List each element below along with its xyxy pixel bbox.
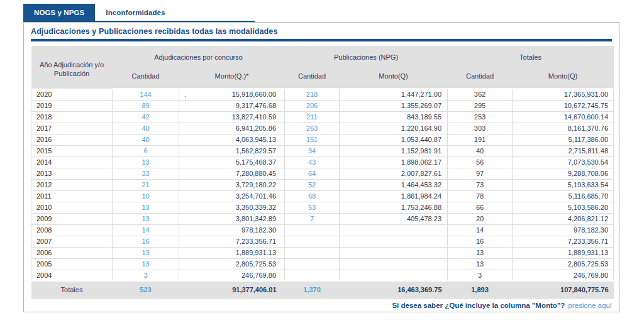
table-row: 2011103,254,701.46681,861,984.24785,116,… (31, 190, 614, 202)
tot-monto-cell: 14,670,600.14 (513, 111, 614, 123)
adj-cantidad-link[interactable]: 89 (113, 100, 179, 111)
totals-row: Totales 523 91,377,406.01 1,370 16,463,3… (31, 281, 614, 298)
npg-cantidad-link[interactable]: 211 (285, 111, 340, 123)
adj-cantidad-link[interactable]: 16 (113, 236, 179, 247)
table-row: 2009133,801,342.897405,478.23204,206,821… (31, 213, 614, 224)
npg-cantidad-link[interactable]: 34 (285, 145, 340, 156)
tot-cantidad-cell: 16 (448, 236, 513, 247)
adj-monto-cell: 13,827,410.59 (179, 111, 285, 123)
table-row: 2014135,175,468.37431,898,062.17567,073,… (31, 156, 614, 168)
adj-cantidad-link[interactable]: 40 (113, 123, 179, 134)
year-cell: 2011 (31, 190, 113, 202)
year-cell: 2007 (31, 236, 113, 247)
tab-nogs-npgs[interactable]: NOGS y NPGS (23, 4, 95, 21)
npg-cantidad-link[interactable]: 218 (285, 89, 340, 100)
tab-underline (23, 21, 255, 22)
year-column-header: Año Adjudicación y/o Publicación (31, 46, 113, 89)
table-row: 2007167,233,356.71167,233,356.71 (31, 236, 614, 247)
tot-monto-cell: 246,769.80 (513, 270, 614, 281)
npg-cantidad-link[interactable]: 64 (285, 168, 340, 179)
adj-cantidad-link[interactable]: 144 (113, 89, 179, 100)
npg-monto-cell: 843,189.55 (340, 111, 448, 123)
adj-monto-cell: 6,941,205.86 (179, 123, 285, 134)
adj-monto-cell: 3,801,342.89 (179, 213, 285, 224)
tot-cantidad-cell: 73 (448, 179, 513, 190)
adj-cantidad-link[interactable]: 13 (113, 213, 179, 224)
table-row: 2019899,317,476.682061,355,269.0729510,6… (31, 100, 614, 111)
year-cell: 2012 (31, 179, 113, 190)
npg-cantidad-link[interactable]: 151 (285, 134, 340, 145)
npg-cantidad-link[interactable]: 7 (285, 213, 340, 224)
npg-monto-cell (340, 270, 448, 281)
table-row: 200814978,182.3014978,182.30 (31, 224, 614, 236)
year-cell: 2009 (31, 213, 113, 224)
adj-monto-cell: 7,233,356.71 (179, 236, 285, 247)
npg-cantidad-link[interactable]: 53 (285, 202, 340, 213)
tot-monto-cell: 7,233,356.71 (513, 236, 614, 247)
tot-cantidad-cell: 97 (448, 168, 513, 179)
npg-cantidad-header: Cantidad (285, 63, 340, 89)
npg-cantidad-link[interactable]: 52 (285, 179, 340, 190)
totals-tot-monto: 107,840,775.76 (513, 281, 614, 298)
adj-cantidad-link[interactable]: 13 (113, 247, 179, 258)
totals-npg-cantidad-link[interactable]: 1,370 (285, 281, 340, 298)
tot-monto-cell: 5,116,685.70 (513, 190, 614, 202)
npg-cantidad-link[interactable]: 68 (285, 190, 340, 202)
npg-monto-cell: 1,464,453.32 (340, 179, 448, 190)
npg-monto-cell: 1,447,271.00 (340, 89, 448, 100)
table-row: 2016404,063,945.131511,053,440.871915,11… (31, 134, 614, 145)
adj-monto-cell: 3,350,339.32 (179, 202, 285, 213)
npg-monto-cell (340, 258, 448, 270)
adj-cantidad-link[interactable]: 6 (113, 145, 179, 156)
year-cell: 2018 (31, 111, 113, 123)
adj-cantidad-link[interactable]: 42 (113, 111, 179, 123)
table-row: 2020144.15,918,660.002181,447,271.003621… (31, 89, 614, 100)
adj-cantidad-link[interactable]: 13 (113, 156, 179, 168)
tot-cantidad-cell: 3 (448, 270, 513, 281)
adj-cantidad-link[interactable]: 40 (113, 134, 179, 145)
totals-npg-monto: 16,463,369.75 (340, 281, 448, 298)
tab-bar: NOGS y NPGS Inconformidades (23, 4, 176, 21)
table-row: 2012213,729,180.22521,464,453.32735,193,… (31, 179, 614, 190)
adj-cantidad-link[interactable]: 10 (113, 190, 179, 202)
adj-cantidad-link[interactable]: 13 (113, 258, 179, 270)
tot-cantidad-cell: 362 (448, 89, 513, 100)
monto-help-note: Si desea saber ¿Qué incluye la columna "… (392, 302, 612, 309)
year-cell: 2004 (31, 270, 113, 281)
adj-monto-cell: 9,317,476.68 (179, 100, 285, 111)
npg-cantidad-link[interactable]: 206 (285, 100, 340, 111)
tot-cantidad-cell: 78 (448, 190, 513, 202)
npg-monto-cell: 1,355,269.07 (340, 100, 448, 111)
year-cell: 2017 (31, 123, 113, 134)
page-title: Adjudicaciones y Publicaciones recibidas… (31, 27, 612, 36)
npg-cantidad-link (285, 270, 340, 281)
adj-cantidad-header: Cantidad (113, 63, 179, 89)
tot-monto-cell: 5,193,633.54 (513, 179, 614, 190)
adj-cantidad-link[interactable]: 14 (113, 224, 179, 236)
adj-cantidad-link[interactable]: 13 (113, 202, 179, 213)
monto-help-link[interactable]: presione aquí (568, 302, 612, 309)
tab-inconformidades[interactable]: Inconformidades (95, 4, 175, 21)
adj-cantidad-link[interactable]: 33 (113, 168, 179, 179)
group-header-adjudicaciones: Adjudicaciones por concurso (113, 46, 285, 63)
tot-cantidad-cell: 13 (448, 247, 513, 258)
tot-cantidad-cell: 303 (448, 123, 513, 134)
tot-monto-cell: 9,288,708.06 (513, 168, 614, 179)
adj-cantidad-link[interactable]: 3 (113, 270, 179, 281)
adj-cantidad-link[interactable]: 21 (113, 179, 179, 190)
npg-monto-cell: 1,053,440.87 (340, 134, 448, 145)
tot-monto-cell: 8,161,370.76 (513, 123, 614, 134)
npg-cantidad-link[interactable]: 43 (285, 156, 340, 168)
year-cell: 2014 (31, 156, 113, 168)
tot-cantidad-header: Cantidad (448, 63, 513, 89)
column-header-row: Cantidad Monto(Q.)* Cantidad Monto(Q) Ca… (31, 63, 614, 89)
totals-adj-monto: 91,377,406.01 (179, 281, 285, 298)
npg-monto-cell: 1,152,981.91 (340, 145, 448, 156)
tot-cantidad-cell: 56 (448, 156, 513, 168)
npg-cantidad-link[interactable]: 263 (285, 123, 340, 134)
table-row: 2010133,350,339.32531,753,246.88665,103,… (31, 202, 614, 213)
totals-adj-cantidad-link[interactable]: 523 (113, 281, 179, 298)
tot-monto-header: Monto(Q) (513, 63, 614, 89)
year-cell: 2006 (31, 247, 113, 258)
npg-monto-cell: 1,220,164.90 (340, 123, 448, 134)
